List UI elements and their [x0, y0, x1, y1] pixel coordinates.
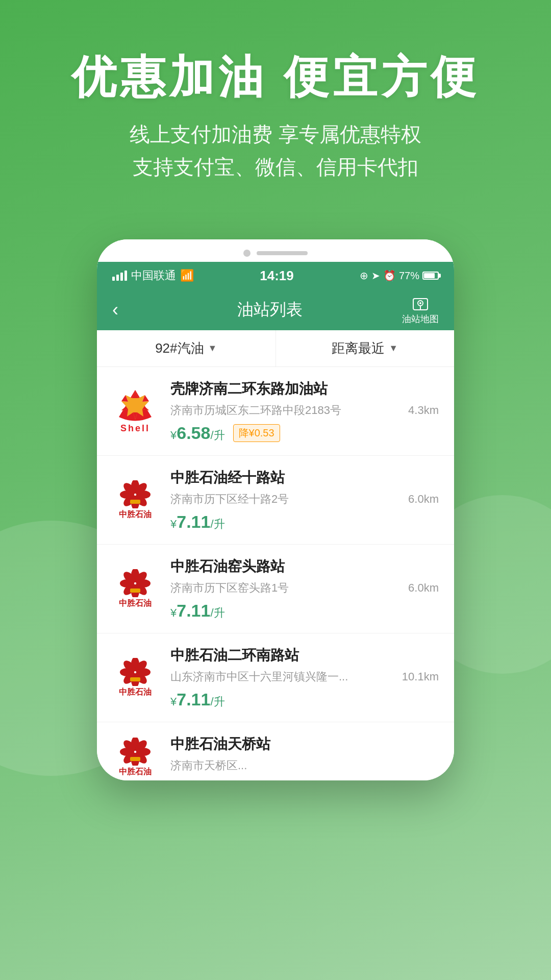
shell-brand-text: Shell	[120, 423, 150, 434]
navigation-icon: ➤	[371, 270, 380, 282]
station-address: 济南市历下区窑头路1号	[170, 580, 403, 596]
zhongsheng-brand-text: 中胜石油	[119, 767, 152, 777]
price-row: ¥7.11/升	[170, 601, 439, 621]
price-value: 7.11	[177, 601, 210, 620]
price-value: 6.58	[177, 423, 210, 443]
station-address-row: 济南市天桥区...	[170, 758, 439, 773]
alarm-icon: ⏰	[383, 270, 396, 282]
station-distance: 6.0km	[408, 493, 439, 506]
zhongsheng-icon	[120, 480, 151, 508]
zhongsheng-brand-text: 中胜石油	[119, 598, 152, 609]
zhongsheng-icon	[120, 738, 151, 766]
sort-filter[interactable]: 距离最近 ▼	[276, 330, 455, 366]
station-item[interactable]: 中胜石油 中胜石油天桥站 济南市天桥区...	[97, 722, 454, 780]
sub-line1: 线上支付加油费 享专属优惠特权	[31, 118, 520, 151]
page-title: 油站列表	[237, 299, 303, 321]
sub-line2: 支持支付宝、微信、信用卡代扣	[31, 151, 520, 183]
station-address: 济南市历下区经十路2号	[170, 492, 403, 507]
battery-icon	[422, 272, 439, 280]
station-name: 中胜石油天桥站	[170, 734, 439, 754]
price-display: ¥7.11/升	[170, 601, 225, 621]
station-address-row: 济南市历下区窑头路1号 6.0km	[170, 580, 439, 596]
main-title: 优惠加油 便宜方便	[31, 51, 520, 103]
sort-label: 距离最近	[332, 339, 385, 357]
price-display: ¥7.11/升	[170, 512, 225, 532]
station-info: 中胜石油二环南路站 山东济南市中区十六里河镇兴隆一... 10.1km ¥7.1…	[170, 646, 439, 709]
station-address: 济南市天桥区...	[170, 758, 439, 773]
station-address: 山东济南市中区十六里河镇兴隆一...	[170, 669, 397, 684]
nav-bar: ‹ 油站列表 油站地图	[97, 289, 454, 330]
fuel-type-arrow: ▼	[208, 343, 217, 354]
svg-point-3	[419, 302, 421, 304]
phone-speaker	[257, 251, 308, 255]
shell-icon	[117, 389, 154, 422]
time-display: 14:19	[260, 268, 294, 284]
station-address-row: 济南市历城区东二环路中段2183号 4.3km	[170, 403, 439, 418]
price-yuan: ¥	[170, 429, 177, 442]
station-logo: Shell	[112, 388, 158, 434]
station-logo: 中胜石油	[112, 477, 158, 523]
svg-rect-40	[130, 757, 140, 761]
svg-rect-31	[130, 677, 140, 681]
price-unit: /升	[210, 429, 224, 442]
status-bar: 中国联通 📶 14:19 ⊕ ➤ ⏰ 77%	[97, 262, 454, 289]
price-unit: /升	[210, 695, 224, 708]
station-name: 中胜石油经十路站	[170, 468, 439, 487]
station-address: 济南市历城区东二环路中段2183号	[170, 403, 403, 418]
station-list: Shell 壳牌济南二环东路加油站 济南市历城区东二环路中段2183号 4.3k…	[97, 367, 454, 780]
fuel-type-filter[interactable]: 92#汽油 ▼	[97, 330, 276, 366]
fuel-type-label: 92#汽油	[155, 339, 204, 357]
sub-title: 线上支付加油费 享专属优惠特权 支持支付宝、微信、信用卡代扣	[31, 118, 520, 183]
map-label: 油站地图	[402, 313, 439, 325]
station-info: 壳牌济南二环东路加油站 济南市历城区东二环路中段2183号 4.3km ¥6.5…	[170, 379, 439, 443]
phone-mockup: 中国联通 📶 14:19 ⊕ ➤ ⏰ 77% ‹ 油站列表	[97, 239, 454, 780]
price-row: ¥7.11/升	[170, 690, 439, 709]
signal-icon	[112, 271, 127, 281]
filter-bar: 92#汽油 ▼ 距离最近 ▼	[97, 330, 454, 367]
station-logo: 中胜石油	[112, 655, 158, 701]
station-info: 中胜石油经十路站 济南市历下区经十路2号 6.0km ¥7.11/升	[170, 468, 439, 532]
header-section: 优惠加油 便宜方便 线上支付加油费 享专属优惠特权 支持支付宝、微信、信用卡代扣	[0, 0, 551, 209]
phone-top-bar	[97, 239, 454, 262]
station-name: 壳牌济南二环东路加油站	[170, 379, 439, 399]
station-item[interactable]: 中胜石油 中胜石油经十路站 济南市历下区经十路2号 6.0km ¥7.11/升	[97, 456, 454, 545]
station-logo: 中胜石油	[112, 566, 158, 612]
price-value: 7.11	[177, 690, 210, 709]
status-left: 中国联通 📶	[112, 268, 194, 283]
back-button[interactable]: ‹	[112, 299, 138, 321]
price-row: ¥6.58/升 降¥0.53	[170, 423, 439, 443]
zhongsheng-icon	[120, 569, 151, 597]
station-address-row: 济南市历下区经十路2号 6.0km	[170, 492, 439, 507]
station-info: 中胜石油窑头路站 济南市历下区窑头路1号 6.0km ¥7.11/升	[170, 557, 439, 621]
battery-percent: 77%	[399, 270, 419, 282]
station-item[interactable]: 中胜石油 中胜石油二环南路站 山东济南市中区十六里河镇兴隆一... 10.1km…	[97, 633, 454, 722]
station-item[interactable]: Shell 壳牌济南二环东路加油站 济南市历城区东二环路中段2183号 4.3k…	[97, 367, 454, 456]
price-yuan: ¥	[170, 606, 177, 619]
zhongsheng-brand-text: 中胜石油	[119, 687, 152, 698]
sort-arrow: ▼	[389, 343, 398, 354]
station-distance: 4.3km	[408, 404, 439, 417]
station-logo: 中胜石油	[112, 734, 158, 780]
price-display: ¥6.58/升	[170, 423, 225, 443]
map-button[interactable]: 油站地图	[402, 295, 439, 325]
station-info: 中胜石油天桥站 济南市天桥区...	[170, 734, 439, 778]
station-distance: 10.1km	[402, 670, 439, 683]
svg-rect-22	[130, 589, 140, 593]
svg-rect-13	[130, 500, 140, 504]
price-row: ¥7.11/升	[170, 512, 439, 532]
station-item[interactable]: 中胜石油 中胜石油窑头路站 济南市历下区窑头路1号 6.0km ¥7.11/升	[97, 545, 454, 633]
price-unit: /升	[210, 606, 224, 619]
carrier-label: 中国联通	[131, 268, 176, 283]
zhongsheng-icon	[120, 658, 151, 686]
status-right: ⊕ ➤ ⏰ 77%	[360, 270, 439, 282]
zhongsheng-brand-text: 中胜石油	[119, 509, 152, 520]
discount-badge: 降¥0.53	[233, 424, 280, 442]
price-unit: /升	[210, 518, 224, 530]
price-display: ¥7.11/升	[170, 690, 225, 709]
map-icon	[411, 295, 430, 313]
station-name: 中胜石油窑头路站	[170, 557, 439, 576]
wifi-icon: 📶	[180, 269, 194, 282]
location-icon: ⊕	[360, 270, 368, 282]
station-address-row: 山东济南市中区十六里河镇兴隆一... 10.1km	[170, 669, 439, 684]
price-value: 7.11	[177, 512, 210, 531]
